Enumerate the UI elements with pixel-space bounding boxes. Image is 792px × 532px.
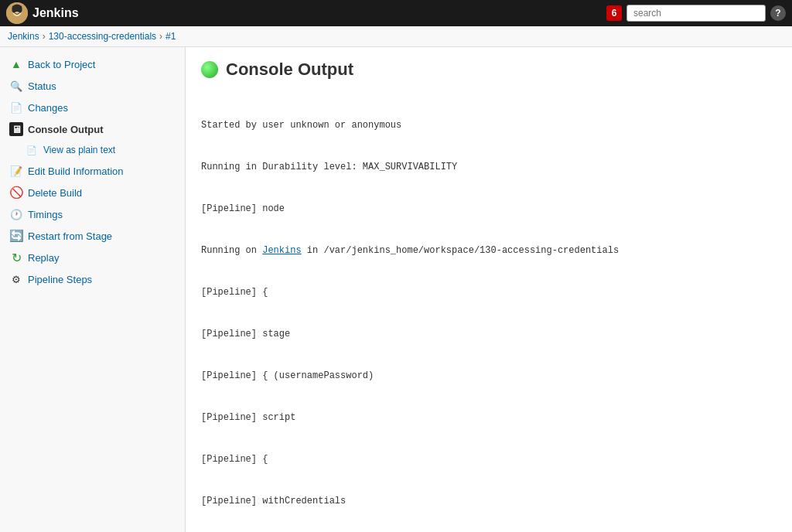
console-line: [Pipeline] { <box>201 452 777 466</box>
jenkins-title: Jenkins <box>32 6 79 20</box>
page-heading: Console Output <box>201 60 777 80</box>
jenkins-logo[interactable]: Jenkins <box>6 2 79 24</box>
replay-icon: ↻ <box>9 251 23 264</box>
console-line: [Pipeline] node <box>201 202 777 216</box>
page-title: Console Output <box>226 60 353 80</box>
status-icon: 🔍 <box>9 79 23 93</box>
sidebar-label-restart: Restart from Stage <box>28 230 112 242</box>
console-output: Started by user unknown or anonymous Run… <box>201 90 777 532</box>
console-line: Running on Jenkins in /var/jenkins_home/… <box>201 244 777 257</box>
console-line: [Pipeline] { <box>201 285 777 299</box>
jenkins-avatar <box>6 2 28 24</box>
main-layout: ▲ Back to Project 🔍 Status 📄 Changes 🖥 C… <box>0 47 792 532</box>
sidebar-item-timings[interactable]: 🕐 Timings <box>0 203 185 225</box>
delete-icon: 🚫 <box>9 186 23 200</box>
sidebar-item-status[interactable]: 🔍 Status <box>0 75 185 97</box>
sidebar: ▲ Back to Project 🔍 Status 📄 Changes 🖥 C… <box>0 47 186 532</box>
sidebar-item-replay[interactable]: ↻ Replay <box>0 247 185 268</box>
sidebar-label-timings: Timings <box>28 209 63 220</box>
pipeline-icon: ⚙ <box>9 272 23 286</box>
status-orb <box>201 61 218 78</box>
sidebar-label-console: Console Output <box>28 124 104 135</box>
changes-icon: 📄 <box>9 101 23 114</box>
topbar-left: Jenkins <box>6 2 79 24</box>
sidebar-label-status: Status <box>28 80 56 92</box>
help-button[interactable]: ? <box>770 5 786 21</box>
sidebar-item-back-to-project[interactable]: ▲ Back to Project <box>0 53 185 75</box>
sidebar-item-console-output[interactable]: 🖥 Console Output <box>0 118 185 140</box>
sidebar-item-delete-build[interactable]: 🚫 Delete Build <box>0 182 185 203</box>
jenkins-link[interactable]: Jenkins <box>262 245 301 256</box>
back-icon: ▲ <box>9 57 23 71</box>
sidebar-label-replay: Replay <box>28 252 59 264</box>
breadcrumb-jenkins[interactable]: Jenkins <box>8 31 39 42</box>
sidebar-label-delete: Delete Build <box>28 187 82 199</box>
sidebar-item-edit-build-info[interactable]: 📝 Edit Build Information <box>0 160 185 182</box>
breadcrumb-build[interactable]: #1 <box>166 31 176 42</box>
console-line: Started by user unknown or anonymous <box>201 118 777 132</box>
sidebar-label-plain-text: View as plain text <box>43 145 115 155</box>
sidebar-label-edit: Edit Build Information <box>28 165 124 177</box>
sidebar-label-changes: Changes <box>28 102 68 114</box>
edit-icon: 📝 <box>9 164 23 178</box>
sidebar-item-view-plain-text[interactable]: 📄 View as plain text <box>0 140 185 160</box>
breadcrumb-sep1: › <box>43 31 46 42</box>
restart-icon: 🔄 <box>9 229 23 243</box>
console-line: [Pipeline] script <box>201 411 777 425</box>
sidebar-item-changes[interactable]: 📄 Changes <box>0 97 185 118</box>
console-line: [Pipeline] { (usernamePassword) <box>201 369 777 383</box>
breadcrumb: Jenkins › 130-accessing-credentials › #1 <box>0 26 792 47</box>
breadcrumb-job[interactable]: 130-accessing-credentials <box>49 31 156 42</box>
sidebar-item-pipeline-steps[interactable]: ⚙ Pipeline Steps <box>0 268 185 290</box>
breadcrumb-sep2: › <box>159 31 162 42</box>
sidebar-label-pipeline: Pipeline Steps <box>28 274 92 285</box>
console-line: Running in Durability level: MAX_SURVIVA… <box>201 160 777 174</box>
notification-badge[interactable]: 6 <box>606 5 622 21</box>
topbar: Jenkins 6 ? <box>0 0 792 26</box>
console-icon: 🖥 <box>9 122 23 136</box>
content-area: Console Output Started by user unknown o… <box>186 47 792 532</box>
topbar-right: 6 ? <box>606 5 786 22</box>
timings-icon: 🕐 <box>9 207 23 221</box>
sidebar-label-back: Back to Project <box>28 59 95 70</box>
plain-text-icon: 📄 <box>25 143 39 157</box>
sidebar-item-restart-from-stage[interactable]: 🔄 Restart from Stage <box>0 225 185 247</box>
console-line: [Pipeline] withCredentials <box>201 494 777 508</box>
console-line: [Pipeline] stage <box>201 327 777 341</box>
search-input[interactable] <box>626 5 766 22</box>
